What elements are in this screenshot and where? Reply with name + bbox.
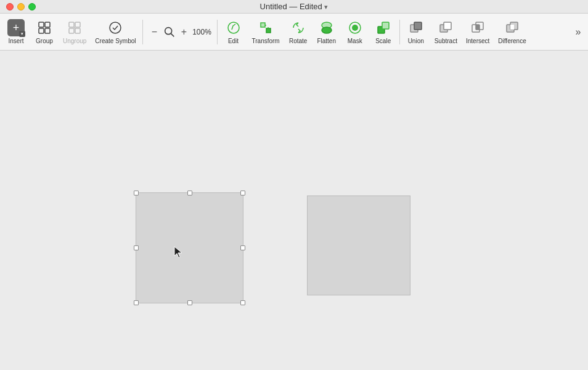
group-icon xyxy=(36,19,53,36)
handle-bottom-center[interactable] xyxy=(187,300,192,305)
intersect-button[interactable]: Intersect xyxy=(462,16,493,48)
scale-button[interactable]: Scale xyxy=(370,16,397,48)
mask-label: Mask xyxy=(348,38,362,44)
mask-icon xyxy=(346,19,364,36)
handle-bottom-right[interactable] xyxy=(240,300,245,305)
handle-mid-right[interactable] xyxy=(240,245,245,250)
group-button[interactable]: Group xyxy=(31,16,58,48)
svg-point-10 xyxy=(165,27,171,34)
difference-icon xyxy=(504,19,521,36)
svg-rect-7 xyxy=(75,28,80,33)
intersect-icon xyxy=(469,19,486,36)
edit-label: Edit xyxy=(228,38,239,44)
handle-mid-left[interactable] xyxy=(134,245,139,250)
svg-point-14 xyxy=(322,27,332,33)
create-symbol-icon xyxy=(107,19,124,36)
canvas[interactable] xyxy=(0,51,588,370)
svg-rect-4 xyxy=(69,22,74,27)
create-symbol-label: Create Symbol xyxy=(95,38,136,44)
svg-rect-6 xyxy=(69,28,74,33)
scale-icon xyxy=(375,19,392,36)
zoom-out-button[interactable]: − xyxy=(148,25,161,39)
svg-rect-25 xyxy=(476,25,480,30)
flatten-label: Flatten xyxy=(317,38,336,44)
toolbar: + ▾ Insert Group Ungroup xyxy=(0,14,588,51)
subtract-button[interactable]: Subtract xyxy=(431,16,461,48)
svg-rect-1 xyxy=(45,22,50,27)
svg-rect-18 xyxy=(382,22,389,29)
insert-button[interactable]: + ▾ Insert xyxy=(2,16,30,48)
transform-icon xyxy=(257,19,274,36)
svg-rect-28 xyxy=(510,25,514,30)
svg-point-16 xyxy=(352,25,358,31)
traffic-lights xyxy=(6,3,36,10)
zoom-group: − + 100% xyxy=(145,16,214,48)
edit-icon xyxy=(225,19,242,36)
transform-label: Transform xyxy=(252,38,280,44)
insert-icon: + ▾ xyxy=(7,19,25,36)
more-button[interactable]: » xyxy=(571,16,586,48)
rotate-button[interactable]: Rotate xyxy=(285,16,312,48)
svg-point-12 xyxy=(228,22,239,33)
handle-bottom-left[interactable] xyxy=(134,300,139,305)
svg-line-11 xyxy=(171,33,174,36)
handle-top-left[interactable] xyxy=(134,191,139,195)
mask-button[interactable]: Mask xyxy=(341,16,369,48)
divider-1 xyxy=(142,20,143,44)
svg-rect-5 xyxy=(75,22,80,27)
handle-top-center[interactable] xyxy=(187,191,192,195)
svg-rect-0 xyxy=(39,22,44,27)
zoom-in-button[interactable]: + xyxy=(178,25,191,39)
close-button[interactable] xyxy=(6,3,14,10)
group-label: Group xyxy=(36,38,53,44)
handle-top-right[interactable] xyxy=(240,191,245,195)
subtract-label: Subtract xyxy=(435,38,457,44)
flatten-icon xyxy=(318,19,335,36)
svg-rect-2 xyxy=(39,28,44,33)
difference-button[interactable]: Difference xyxy=(494,16,529,48)
shape-2[interactable] xyxy=(307,195,410,295)
zoom-level: 100% xyxy=(192,28,212,36)
difference-label: Difference xyxy=(498,38,526,44)
subtract-icon xyxy=(437,19,454,36)
svg-point-9 xyxy=(110,22,121,33)
title-bar: Untitled — Edited ▾ xyxy=(0,0,588,14)
union-icon xyxy=(407,19,425,36)
transform-button[interactable]: Transform xyxy=(248,16,284,48)
svg-rect-22 xyxy=(444,22,451,30)
rotate-label: Rotate xyxy=(289,38,307,44)
shape-1-selected[interactable] xyxy=(136,192,243,303)
rotate-icon xyxy=(290,19,307,36)
divider-3 xyxy=(399,20,400,44)
union-button[interactable]: Union xyxy=(402,16,430,48)
intersect-label: Intersect xyxy=(466,38,489,44)
flatten-button[interactable]: Flatten xyxy=(313,16,340,48)
scale-label: Scale xyxy=(375,38,391,44)
minimize-button[interactable] xyxy=(17,3,25,10)
maximize-button[interactable] xyxy=(28,3,36,10)
window-title: Untitled — Edited ▾ xyxy=(260,2,329,11)
ungroup-icon xyxy=(66,19,83,36)
svg-rect-20 xyxy=(414,22,422,30)
svg-rect-3 xyxy=(45,28,50,33)
cursor xyxy=(173,245,184,261)
insert-label: Insert xyxy=(8,38,23,44)
divider-2 xyxy=(217,20,218,44)
edit-button[interactable]: Edit xyxy=(220,16,247,48)
zoom-icon xyxy=(163,25,176,39)
ungroup-label: Ungroup xyxy=(63,38,86,44)
union-label: Union xyxy=(408,38,424,44)
ungroup-button[interactable]: Ungroup xyxy=(59,16,90,48)
create-symbol-button[interactable]: Create Symbol xyxy=(91,16,139,48)
